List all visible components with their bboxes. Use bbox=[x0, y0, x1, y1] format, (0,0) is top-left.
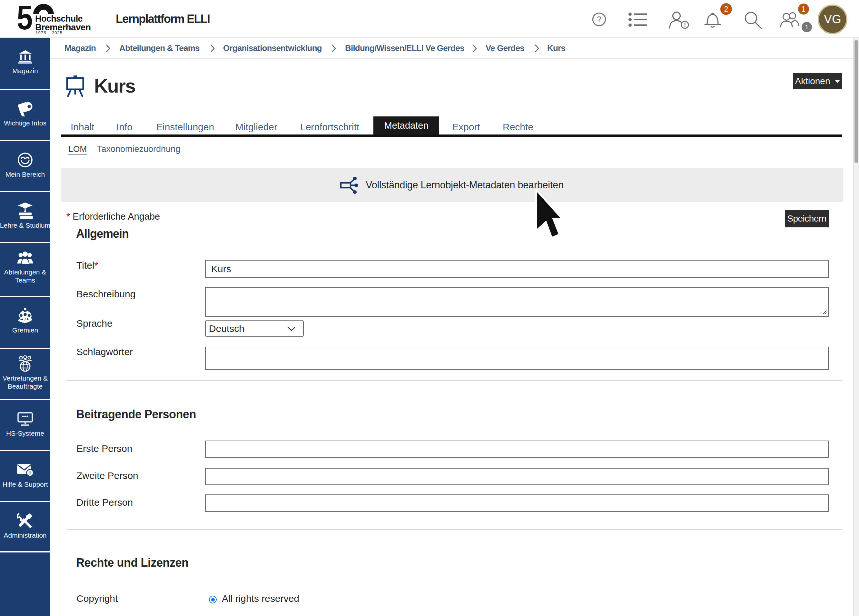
svg-text:5: 5 bbox=[17, 3, 33, 36]
svg-text:?: ? bbox=[597, 14, 601, 24]
svg-text:?: ? bbox=[28, 470, 31, 476]
svg-text:1975 – 2025: 1975 – 2025 bbox=[36, 30, 62, 35]
